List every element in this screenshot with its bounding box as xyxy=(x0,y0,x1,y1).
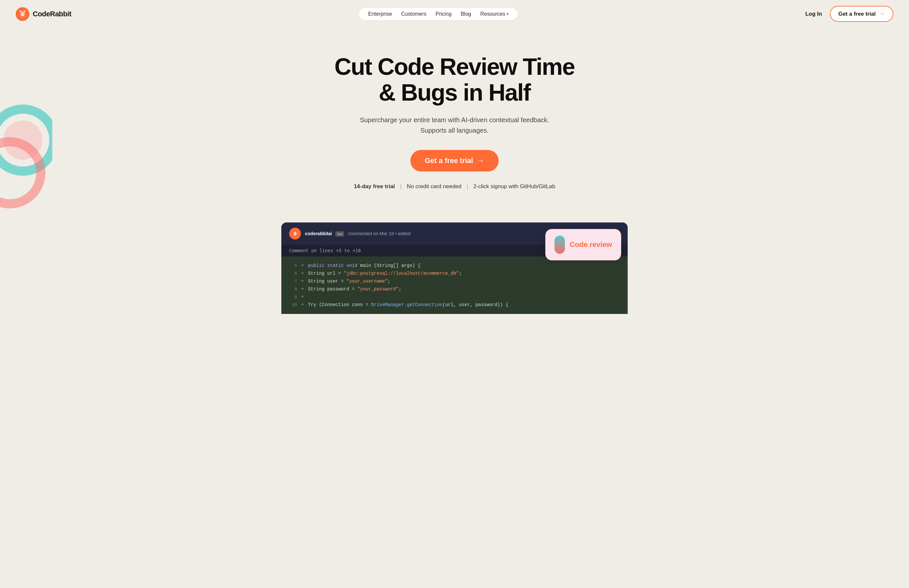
code-review-badge: Code review xyxy=(545,229,621,260)
svg-point-6 xyxy=(3,121,42,160)
code-line-7: 7 + String user = "your_username"; xyxy=(281,277,628,285)
code-review-label: Code review xyxy=(569,241,612,249)
svg-point-8 xyxy=(294,233,295,233)
logo-icon xyxy=(16,7,29,21)
nav-trial-label: Get a free trial xyxy=(838,11,876,17)
code-block: 5 + public static void main (String[] ar… xyxy=(281,257,628,314)
badge-sep-2: | xyxy=(467,183,468,190)
code-line-9: 9 + xyxy=(281,293,628,301)
hero-cta-button[interactable]: Get a free trial → xyxy=(411,150,498,171)
nav-resources-label: Resources xyxy=(480,11,505,17)
chevron-down-icon: ▾ xyxy=(506,12,508,16)
code-line-10: 10 + Try (Connection conn = DriveManager… xyxy=(281,301,628,309)
badge-trial: 14-day free trial xyxy=(354,183,395,190)
svg-point-3 xyxy=(23,13,24,14)
cta-arrow-icon: → xyxy=(477,157,484,165)
code-line-6: 6 + String url = "jdbc:postgresql://loca… xyxy=(281,270,628,277)
code-preview: coderabbitai bot commented on Mar 18 • e… xyxy=(281,223,628,314)
nav-resources[interactable]: Resources ▾ xyxy=(480,11,508,17)
code-header-timestamp: commented on Mar 18 • edited xyxy=(348,231,411,236)
nav-enterprise[interactable]: Enterprise xyxy=(368,11,392,17)
svg-point-2 xyxy=(21,13,22,14)
bot-badge: bot xyxy=(335,231,344,236)
nav-actions: Log In Get a free trial → xyxy=(805,6,893,22)
nav-pricing[interactable]: Pricing xyxy=(435,11,451,17)
badge-sep-1: | xyxy=(400,183,401,190)
code-header-meta: coderabbitai bot commented on Mar 18 • e… xyxy=(305,231,411,236)
hero-badges: 14-day free trial | No credit card neede… xyxy=(6,183,903,190)
hero-subtitle-line1: Supercharge your entire team with AI-dri… xyxy=(360,116,549,123)
nav-customers[interactable]: Customers xyxy=(401,11,426,17)
badge-no-card: No credit card needed xyxy=(407,183,461,190)
logo-text: CodeRabbit xyxy=(33,10,71,18)
hero-subtitle: Supercharge your entire team with AI-dri… xyxy=(6,115,903,136)
bot-name: coderabbitai xyxy=(305,231,332,236)
svg-point-9 xyxy=(295,233,296,233)
code-preview-wrapper: coderabbitai bot commented on Mar 18 • e… xyxy=(0,223,909,314)
decorative-circles xyxy=(0,104,52,209)
nav-blog[interactable]: Blog xyxy=(461,11,471,17)
logo[interactable]: CodeRabbit xyxy=(16,7,71,21)
hero-cta-label: Get a free trial xyxy=(425,157,473,165)
arrow-right-icon: → xyxy=(879,10,885,17)
hero-title: Cut Code Review Time & Bugs in Half xyxy=(327,54,582,105)
badge-pill-icon xyxy=(555,236,565,254)
code-line-8: 8 + String password = "your_password"; xyxy=(281,285,628,293)
hero-section: Cut Code Review Time & Bugs in Half Supe… xyxy=(0,28,909,223)
hero-subtitle-line2: Supports all languages. xyxy=(420,127,488,134)
bot-avatar xyxy=(289,228,301,239)
navbar: CodeRabbit Enterprise Customers Pricing … xyxy=(0,0,909,28)
code-line-5: 5 + public static void main (String[] ar… xyxy=(281,262,628,270)
nav-links-container: Enterprise Customers Pricing Blog Resour… xyxy=(359,8,518,20)
login-button[interactable]: Log In xyxy=(805,11,822,17)
nav-trial-button[interactable]: Get a free trial → xyxy=(830,6,893,22)
badge-signup: 2-click signup with GitHub/GitLab xyxy=(474,183,555,190)
